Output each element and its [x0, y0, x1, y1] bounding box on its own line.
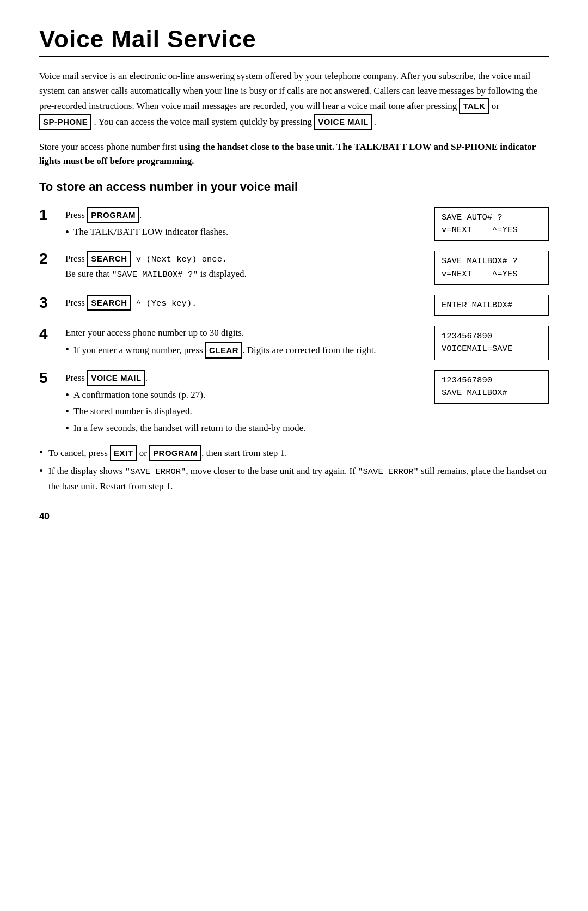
- step-5-text: Press VOICE MAIL. • A confirmation tone …: [65, 370, 413, 435]
- step-1-sub-1: • The TALK/BATT LOW indicator flashes.: [65, 225, 413, 239]
- step-1-text-after-key: .: [139, 210, 142, 220]
- step-4-sub-1: • If you enter a wrong number, press CLE…: [65, 342, 413, 358]
- step-3-display: ENTER MAILBOX#: [434, 295, 549, 316]
- step-3-text: Press SEARCH ^ (Yes key).: [65, 295, 413, 311]
- step-3-content: Press SEARCH ^ (Yes key). ENTER MAILBOX#: [65, 295, 549, 316]
- step-1-display-col: SAVE AUTO# ? v=NEXT ^=YES: [413, 207, 549, 241]
- step-5-number: 5: [39, 369, 65, 387]
- step-2-content: Press SEARCH v (Next key) once. Be sure …: [65, 251, 549, 285]
- bullet-1: •: [65, 225, 69, 239]
- step-2-text: Press SEARCH v (Next key) once. Be sure …: [65, 251, 413, 281]
- step-5-display: 1234567890 SAVE MAILBOX#: [434, 370, 549, 404]
- intro-mid: . You can access the voice mail system q…: [94, 117, 312, 127]
- note-exit-key: EXIT: [110, 445, 137, 461]
- step-4-display: 1234567890 VOICEMAIL=SAVE: [434, 326, 549, 360]
- bullet-5a: •: [65, 388, 69, 402]
- title-divider: [39, 56, 549, 57]
- step-4-sub-text: If you enter a wrong number, press CLEAR…: [74, 342, 376, 358]
- step-3-number: 3: [39, 294, 65, 312]
- step-1-number: 1: [39, 206, 65, 224]
- warning-paragraph: Store your access phone number first usi…: [39, 140, 549, 169]
- note-2-text: If the display shows "SAVE ERROR", move …: [48, 464, 549, 494]
- step-3: 3 Press SEARCH ^ (Yes key). ENTER MAILBO…: [39, 295, 549, 316]
- bullet-4: •: [65, 342, 69, 356]
- step-5-content: Press VOICE MAIL. • A confirmation tone …: [65, 370, 549, 435]
- note-bullet-1: •: [39, 445, 43, 459]
- step-4-display-col: 1234567890 VOICEMAIL=SAVE: [413, 326, 549, 360]
- step-4-main-text: Enter your access phone number up to 30 …: [65, 327, 244, 338]
- step-3-text-end: ^ (Yes key).: [131, 299, 197, 308]
- step-4-content: Enter your access phone number up to 30 …: [65, 326, 549, 360]
- step-4-number: 4: [39, 325, 65, 343]
- intro-end: .: [375, 117, 377, 127]
- step-3-display-col: ENTER MAILBOX#: [413, 295, 549, 316]
- note-program-key: PROGRAM: [149, 445, 201, 461]
- step-5-sub-2: • The stored number is displayed.: [65, 404, 413, 418]
- step-1-display: SAVE AUTO# ? v=NEXT ^=YES: [434, 207, 549, 241]
- step-5: 5 Press VOICE MAIL. • A confirmation ton…: [39, 370, 549, 435]
- step-5-text-end: .: [145, 373, 148, 383]
- note-1-text: To cancel, press EXIT or PROGRAM, then s…: [48, 445, 287, 461]
- step-5-text-before-key: Press: [65, 373, 87, 383]
- page-title: Voice Mail Service: [39, 26, 549, 52]
- step-5-sub-text-2: The stored number is displayed.: [74, 404, 192, 418]
- step-4: 4 Enter your access phone number up to 3…: [39, 326, 549, 360]
- steps-container: 1 Press PROGRAM. • The TALK/BATT LOW ind…: [39, 207, 549, 435]
- step-5-voicemail-key: VOICE MAIL: [87, 370, 145, 386]
- step-5-sub-3: • In a few seconds, the handset will ret…: [65, 421, 413, 435]
- section-heading: To store an access number in your voice …: [39, 179, 549, 195]
- bullet-5b: •: [65, 404, 69, 418]
- step-2: 2 Press SEARCH v (Next key) once. Be sur…: [39, 251, 549, 285]
- voice-mail-key-intro: VOICE MAIL: [314, 114, 372, 130]
- page-number: 40: [39, 511, 549, 522]
- step-5-display-col: 1234567890 SAVE MAILBOX#: [413, 370, 549, 404]
- step-2-search-key: SEARCH: [87, 251, 131, 266]
- note-2: • If the display shows "SAVE ERROR", mov…: [39, 464, 549, 494]
- step-2-display-col: SAVE MAILBOX# ? v=NEXT ^=YES: [413, 251, 549, 285]
- note-1: • To cancel, press EXIT or PROGRAM, then…: [39, 445, 549, 461]
- step-2-sub-text: Be sure that "SAVE MAILBOX# ?" is displa…: [65, 269, 247, 279]
- bullet-5c: •: [65, 421, 69, 435]
- step-1-text: Press PROGRAM. • The TALK/BATT LOW indic…: [65, 207, 413, 240]
- notes-section: • To cancel, press EXIT or PROGRAM, then…: [39, 445, 549, 494]
- step-3-text-before-key: Press: [65, 297, 87, 308]
- step-5-sub-text-1: A confirmation tone sounds (p. 27).: [74, 388, 205, 402]
- talk-key: TALK: [459, 98, 489, 114]
- note-bullet-2: •: [39, 464, 43, 478]
- warning-text-start: Store your access phone number first: [39, 142, 179, 152]
- step-1-text-before-key: Press: [65, 210, 87, 220]
- step-1-sub-text: The TALK/BATT LOW indicator flashes.: [74, 225, 228, 239]
- intro-or1: or: [492, 101, 499, 111]
- step-4-clear-key: CLEAR: [205, 342, 242, 358]
- step-2-text-mid: v (Next key) once.: [131, 254, 228, 264]
- step-2-display: SAVE MAILBOX# ? v=NEXT ^=YES: [434, 251, 549, 285]
- sp-phone-key: SP-PHONE: [39, 114, 91, 130]
- step-1-content: Press PROGRAM. • The TALK/BATT LOW indic…: [65, 207, 549, 241]
- intro-paragraph: Voice mail service is an electronic on-l…: [39, 69, 549, 130]
- step-3-search-key: SEARCH: [87, 295, 131, 311]
- step-1: 1 Press PROGRAM. • The TALK/BATT LOW ind…: [39, 207, 549, 241]
- step-1-program-key: PROGRAM: [87, 207, 139, 223]
- step-4-text: Enter your access phone number up to 30 …: [65, 326, 413, 359]
- step-2-text-before-key: Press: [65, 253, 87, 264]
- step-5-sub-text-3: In a few seconds, the handset will retur…: [74, 421, 305, 435]
- step-5-sub-1: • A confirmation tone sounds (p. 27).: [65, 388, 413, 402]
- step-2-number: 2: [39, 250, 65, 268]
